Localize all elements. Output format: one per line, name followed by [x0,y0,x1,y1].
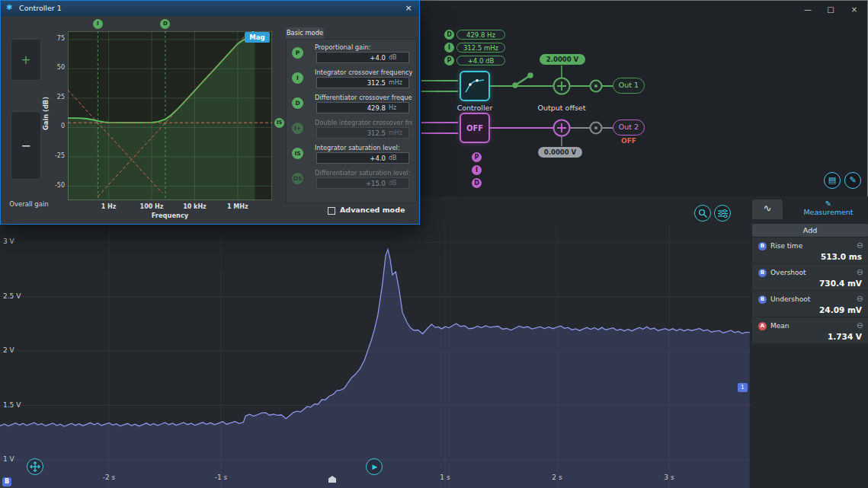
field-double-integrator-crossover: I+ Double integrator crossover frequen 3… [289,116,414,142]
sliders-icon [718,209,728,218]
gain-tick-label: -50 [46,182,65,189]
d-term-icon[interactable]: D [292,97,303,109]
output-offset-label: Output offset [535,104,588,112]
integrator-saturation-input[interactable]: +4.0 dB [316,152,409,164]
measurement-value: 24.09 mV [819,305,862,314]
controller-dialog: ✱ Controller 1 × + − Overall gain Gain (… [0,0,420,225]
field-label: Proportional gain: [315,43,371,51]
pan-button[interactable] [27,458,43,475]
d-badge[interactable]: D [444,30,454,40]
remove-measurement-icon[interactable]: ⊖ [857,321,863,330]
time-tick-label: -2 s [97,474,121,481]
dialog-titlebar[interactable]: ✱ Controller 1 × [1,1,419,16]
ds-term-icon[interactable]: DS [292,173,303,184]
d-value-pill[interactable]: 429.8 Hz [456,30,505,40]
measurement-value: 1.734 V [828,332,862,341]
is-term-icon[interactable]: IS [292,148,303,159]
ch2-controller-block-off[interactable]: OFF [460,113,490,143]
field-unit: Hz [389,104,405,111]
tab-measurement[interactable]: ✎ Measurement [789,199,868,219]
frequency-tick-label: 1 MHz [221,203,255,210]
i-term-icon[interactable]: I [292,72,303,84]
channel-b-badge: B [758,295,767,304]
time-tick-label: 2 s [545,474,569,481]
ch2-offset-value[interactable]: 0.0000 V [538,147,582,158]
display-settings-button[interactable] [714,205,731,222]
p-badge[interactable]: P [444,56,454,65]
controller-label: Controller [444,104,505,112]
voltage-tick-label: 3 V [3,238,14,245]
ch1-offset-value[interactable]: 2.0000 V [540,54,585,65]
channel-b-corner-badge[interactable]: B [2,477,11,486]
gain-tick-label: -25 [46,152,65,159]
cable-connector-icon [514,74,533,88]
add-measurement-button[interactable]: Add [752,224,868,237]
zoom-button[interactable] [694,205,711,222]
minimize-button[interactable]: — [799,3,816,17]
overall-gain-increase-button[interactable]: + [11,39,41,81]
field-unit: dB [389,180,405,187]
bode-plot-canvas[interactable] [68,31,272,200]
magnitude-button[interactable]: Mag [245,32,270,43]
integrator-crossover-input[interactable]: 312.5 mHz [316,77,409,88]
measurement-row-rise-time[interactable]: B Rise time ⊖ 513.0 ms [752,238,868,264]
ch2-d-badge[interactable]: D [472,178,482,188]
differentiator-crossover-input[interactable]: 429.8 Hz [316,102,409,113]
field-unit: dB [389,155,405,161]
differentiator-saturation-input[interactable]: +15.0 dB [316,177,409,189]
tab-waveform[interactable]: ∿ [752,199,783,219]
frequency-tick-label: 10 kHz [178,203,211,210]
remove-measurement-icon[interactable]: ⊖ [857,241,863,250]
gain-tick-label: 25 [46,94,65,100]
advanced-mode-label: Advanced mode [340,206,405,214]
remove-measurement-icon[interactable]: ⊖ [857,267,863,277]
ch2-p-badge[interactable]: P [472,152,482,162]
measurement-row-overshoot[interactable]: B Overshoot ⊖ 730.4 mV [752,264,868,291]
measurement-row-mean[interactable]: A Mean ⊖ 1.734 V [752,317,868,344]
scope-plot[interactable] [0,225,751,488]
i-value-pill[interactable]: 312.5 mHz [456,43,505,53]
overall-gain-label: Overall gain [2,200,56,208]
measurement-value: 730.4 mV [819,279,862,288]
ch2-i-badge[interactable]: I [472,165,482,175]
out2-badge[interactable]: Out 2 [613,120,645,136]
dialog-title: Controller 1 [19,4,62,12]
controller-block[interactable] [460,71,490,101]
close-button[interactable]: × [846,3,863,17]
dialog-close-button[interactable]: × [398,1,419,16]
proportional-gain-input[interactable]: +4.0 dB [316,52,409,63]
trigger-level-marker[interactable]: 1 [738,383,748,392]
double-integrator-icon[interactable]: I+ [292,123,303,134]
remove-measurement-icon[interactable]: ⊖ [857,294,863,304]
overall-gain-decrease-button[interactable]: − [11,111,41,180]
field-label: Differentiator crossover frequency: [315,94,412,101]
field-value: 312.5 [367,129,386,137]
app-logo-icon: ✱ [6,3,12,11]
field-differentiator-crossover: D Differentiator crossover frequency: 42… [289,91,414,116]
voltage-tick-label: 1 V [3,455,14,463]
out1-badge[interactable]: Out 1 [613,78,645,94]
out2-off-status: OFF [614,137,643,145]
probe-button[interactable]: ✎ [844,172,861,189]
voltage-tick-label: 2.5 V [3,292,21,300]
tab-basic-mode[interactable]: Basic mode [286,27,324,39]
field-integrator-saturation: IS Integrator saturation level: +4.0 dB [289,142,414,167]
field-label: Double integrator crossover frequen [315,119,412,126]
advanced-mode-checkbox[interactable] [328,207,335,215]
measurement-name: Rise time [770,242,802,250]
i-marker-badge: I [93,19,103,29]
math-channel-button[interactable]: ▤ [824,172,841,189]
frequency-tick-label: 1 Hz [92,203,126,210]
bode-plot[interactable]: 7550250-25-501 Hz100 Hz10 kHz1 MHzIDIS [68,31,272,200]
p-value-pill[interactable]: +4.0 dB [456,56,505,65]
field-label: Integrator saturation level: [315,144,400,152]
maximize-button[interactable]: □ [822,3,839,17]
i-badge[interactable]: I [444,43,454,53]
field-value: +4.0 [370,54,386,62]
double-integrator-crossover-input[interactable]: 312.5 mHz [316,127,409,139]
measurement-row-undershoot[interactable]: B Undershoot ⊖ 24.09 mV [752,291,868,317]
play-button[interactable]: ▶ [366,458,383,475]
field-value: +4.0 [370,155,386,162]
frequency-axis-label: Frequency [114,212,226,219]
p-term-icon[interactable]: P [292,47,303,59]
